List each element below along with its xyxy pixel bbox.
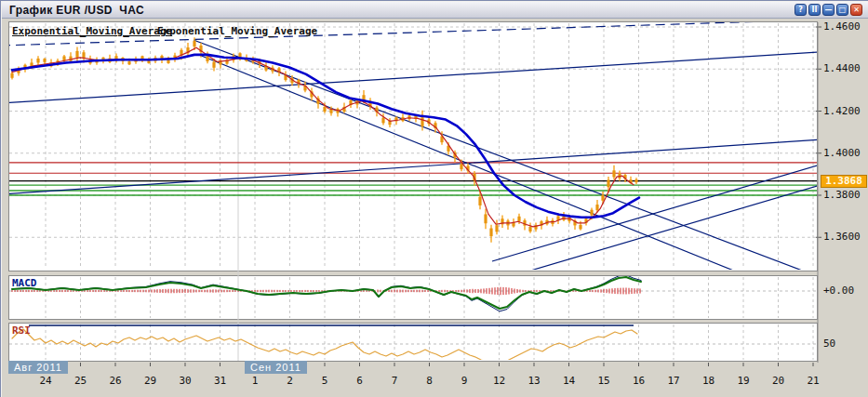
day-tick-label: 2 xyxy=(276,375,304,387)
day-tick-label: 9 xyxy=(450,375,478,387)
macd-panel[interactable] xyxy=(8,275,818,320)
day-tick-label: 14 xyxy=(555,375,583,387)
day-tick-label: 12 xyxy=(486,375,514,387)
day-tick-label: 25 xyxy=(67,375,95,387)
indicator-tick-label: +0.00 xyxy=(823,285,854,297)
help-button[interactable]: ? xyxy=(795,4,807,16)
price-tick-label: 1.4000 xyxy=(823,147,861,159)
price-tick-label: 1.3800 xyxy=(823,189,861,201)
price-tick-label: 1.3600 xyxy=(823,231,861,243)
price-tick-label: 1.4400 xyxy=(823,62,861,74)
rsi-label: RSI xyxy=(12,324,31,337)
day-tick-label: 21 xyxy=(799,375,827,387)
day-tick-label: 24 xyxy=(32,375,60,387)
rsi-panel[interactable] xyxy=(8,323,818,362)
current-price-badge: 1.3868 xyxy=(821,175,867,188)
day-tick-label: 15 xyxy=(590,375,618,387)
day-tick-label: 29 xyxy=(137,375,165,387)
day-tick-label: 1 xyxy=(241,375,269,387)
day-tick-label: 7 xyxy=(381,375,408,387)
day-tick-label: 19 xyxy=(729,375,757,387)
day-tick-label: 13 xyxy=(520,375,548,387)
macd-label: MACD xyxy=(12,277,37,289)
chart-window: График EUR /USD ЧАС ? II — □ ✕ Exponenti… xyxy=(0,0,868,397)
day-tick-label: 30 xyxy=(171,375,199,387)
window-buttons: ? II — □ ✕ xyxy=(795,4,862,16)
day-tick-label: 20 xyxy=(765,375,793,387)
month-badge: Сен 2011 xyxy=(245,361,307,374)
day-tick-label: 6 xyxy=(346,375,374,387)
close-button[interactable]: ✕ xyxy=(850,4,862,16)
day-tick-label: 16 xyxy=(625,375,653,387)
month-badge: Авг 2011 xyxy=(8,361,68,374)
ema-label-fast: Exponential_Moving_Average xyxy=(12,25,172,37)
price-chart-panel[interactable] xyxy=(8,21,818,271)
ema-label-slow: Exponential_Moving_Average xyxy=(157,25,317,37)
day-tick-label: 18 xyxy=(695,375,723,387)
minimize-button[interactable]: — xyxy=(822,4,835,16)
title-bar[interactable]: График EUR /USD ЧАС ? II — □ ✕ xyxy=(2,2,868,19)
day-tick-label: 17 xyxy=(660,375,688,387)
maximize-button[interactable]: □ xyxy=(836,4,848,16)
price-tick-label: 1.4200 xyxy=(823,105,861,117)
window-title: График EUR /USD ЧАС xyxy=(9,3,144,18)
price-tick-label: 1.4600 xyxy=(823,20,861,33)
day-tick-label: 31 xyxy=(207,375,234,387)
indicator-tick-label: 50 xyxy=(823,337,835,350)
day-tick-label: 5 xyxy=(311,375,339,387)
pause-button[interactable]: II xyxy=(808,4,821,16)
day-tick-label: 8 xyxy=(416,375,444,387)
day-tick-label: 26 xyxy=(101,375,129,387)
